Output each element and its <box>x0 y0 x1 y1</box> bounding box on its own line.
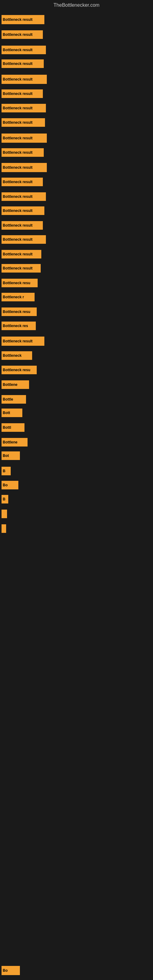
bar-label: Bottleneck <box>3 353 21 358</box>
bar-label: Bottleneck result <box>3 106 32 110</box>
bar-label: Bottleneck result <box>3 62 32 66</box>
bar-item: Bottleneck result <box>2 46 46 54</box>
bar-label: Bottleneck result <box>3 252 32 256</box>
bar-label: Bottleneck result <box>3 165 32 170</box>
bar-label: Bottleneck result <box>3 77 32 81</box>
bar-label: Bottlene <box>3 382 18 387</box>
bar-item: Bottleneck r <box>2 293 35 301</box>
bar-label: Bottleneck result <box>3 18 32 22</box>
bar-item: Bottleneck result <box>2 104 46 112</box>
bar-item: Bottleneck result <box>2 59 44 68</box>
bar-item: Bo <box>2 966 20 975</box>
bar-item <box>2 510 7 518</box>
bar-item: Bottleneck result <box>2 148 44 157</box>
bar-label: Bottleneck result <box>3 339 32 343</box>
bar-label: Bottleneck result <box>3 32 32 37</box>
bar-item: Bottleneck result <box>2 192 46 201</box>
bar-label: Bottleneck resu <box>3 281 30 285</box>
bar-item: Bo <box>2 481 18 489</box>
bar-item: B <box>2 467 11 475</box>
bar-label: Bottleneck result <box>3 266 32 270</box>
bar-label: Bottlene <box>3 440 18 444</box>
bar-label: B <box>3 497 5 501</box>
bar-item: Bottleneck resu <box>2 279 38 287</box>
bar-item: Bottlene <box>2 380 29 389</box>
bar-label: Bottleneck result <box>3 92 32 96</box>
bar-item: Bottle <box>2 395 26 404</box>
bar-label: Bott <box>3 411 10 415</box>
bar-label: Bot <box>3 453 9 458</box>
bar-label: Bottleneck result <box>3 150 32 155</box>
bar-item: Bottleneck result <box>2 15 45 24</box>
bar-item: Bottleneck result <box>2 163 47 172</box>
bar-item: Bott <box>2 409 22 417</box>
bar-label: Bottl <box>3 425 11 430</box>
bar-label: Bo <box>3 968 8 973</box>
bar-label: Bottleneck result <box>3 136 32 140</box>
bar-label: B <box>3 469 5 473</box>
bar-item: Bottleneck result <box>2 221 43 230</box>
bar-item: Bottleneck result <box>2 178 43 186</box>
bar-item: B <box>2 495 8 503</box>
bar-label: Bottleneck result <box>3 223 32 228</box>
bar-label: Bottleneck result <box>3 237 32 242</box>
bar-label: Bottleneck result <box>3 120 32 125</box>
bar-label: Bottleneck r <box>3 295 24 299</box>
bar-item: Bottleneck resu <box>2 366 37 374</box>
bar-label: Bottle <box>3 397 13 401</box>
bar-item: Bottleneck result <box>2 207 45 215</box>
bar-item: Bottleneck result <box>2 134 47 143</box>
bar-item: Bottlene <box>2 438 27 447</box>
bar-label: Bottleneck result <box>3 48 32 52</box>
bar-item <box>2 524 6 533</box>
bar-label: Bottleneck result <box>3 194 32 199</box>
chart-area: Bottleneck resultBottleneck resultBottle… <box>0 10 153 975</box>
bar-item: Bottleneck result <box>2 75 47 84</box>
bar-item: Bottleneck result <box>2 235 46 244</box>
bar-label: Bottleneck resu <box>3 368 30 372</box>
bar-item: Bot <box>2 452 20 460</box>
bar-label: Bottleneck res <box>3 324 28 328</box>
bar-item: Bottleneck resu <box>2 307 37 316</box>
bar-item: Bottleneck result <box>2 118 45 127</box>
bar-item: Bottleneck res <box>2 321 36 330</box>
bar-item: Bottleneck result <box>2 250 41 258</box>
bar-item: Bottleneck result <box>2 89 43 98</box>
bar-item: Bottleneck <box>2 351 32 360</box>
bar-item: Bottleneck result <box>2 30 43 39</box>
bar-label: Bottleneck resu <box>3 310 30 314</box>
bar-label: Bottleneck result <box>3 180 32 184</box>
bar-item: Bottl <box>2 423 24 432</box>
bar-label: Bottleneck result <box>3 208 32 213</box>
site-title: TheBottlenecker.com <box>0 0 153 10</box>
bar-item: Bottleneck result <box>2 337 45 346</box>
bar-item: Bottleneck result <box>2 264 41 272</box>
bar-label: Bo <box>3 483 8 487</box>
